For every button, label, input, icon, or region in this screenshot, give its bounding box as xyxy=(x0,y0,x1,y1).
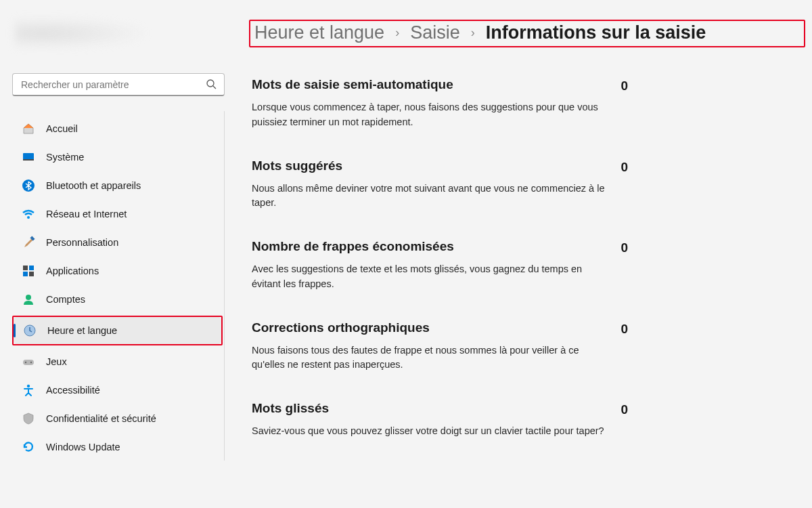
apps-icon xyxy=(22,264,35,278)
stat-desc: Avec les suggestions de texte et les mot… xyxy=(252,262,607,292)
svg-rect-10 xyxy=(29,272,34,276)
svg-rect-8 xyxy=(29,266,34,270)
breadcrumb-level1[interactable]: Heure et langue xyxy=(254,22,384,43)
search-icon xyxy=(206,79,217,89)
svg-point-0 xyxy=(207,80,214,87)
sidebar-item-comptes[interactable]: Comptes xyxy=(12,286,223,313)
stat-desc: Saviez-vous que vous pouvez glisser votr… xyxy=(252,424,607,439)
windows-update-icon xyxy=(22,440,35,454)
paintbrush-icon xyxy=(22,236,35,249)
sidebar-item-reseau[interactable]: Réseau et Internet xyxy=(12,200,223,228)
sidebar-item-accessibilite[interactable]: Accessibilité xyxy=(12,377,223,404)
stat-title: Mots glissés xyxy=(252,401,607,416)
search-wrap xyxy=(12,73,225,96)
svg-point-11 xyxy=(26,295,31,300)
sidebar-item-label: Windows Update xyxy=(46,442,120,452)
stat-desc: Nous faisons tous des fautes de frappe e… xyxy=(252,343,607,373)
time-language-icon xyxy=(23,324,37,337)
sidebar-item-bluetooth[interactable]: Bluetooth et appareils xyxy=(12,172,223,199)
stat-value: 0 xyxy=(621,239,628,255)
privacy-icon xyxy=(22,412,35,425)
sidebar-item-label: Applications xyxy=(46,266,99,276)
sidebar-item-heure-langue[interactable]: Heure et langue xyxy=(14,317,221,344)
stat-swiped: Mots glissés Saviez-vous que vous pouvez… xyxy=(252,401,628,439)
sidebar-item-windows-update[interactable]: Windows Update xyxy=(12,433,223,461)
stat-suggested: Mots suggérés Nous allons même deviner v… xyxy=(252,158,628,211)
accessibility-icon xyxy=(22,383,35,397)
nav: Accueil Système Bluetooth et appareils R… xyxy=(12,111,225,461)
stat-title: Mots suggérés xyxy=(252,158,607,173)
chevron-right-icon: › xyxy=(470,26,476,40)
svg-point-5 xyxy=(27,216,30,219)
sidebar-item-personnalisation[interactable]: Personnalisation xyxy=(12,229,223,256)
network-icon xyxy=(22,207,35,221)
sidebar-item-label: Heure et langue xyxy=(47,325,117,336)
system-icon xyxy=(22,150,35,164)
stat-title: Corrections orthographiques xyxy=(252,320,607,335)
stat-value: 0 xyxy=(621,158,628,175)
svg-rect-9 xyxy=(23,272,28,276)
breadcrumb-level2[interactable]: Saisie xyxy=(410,22,460,43)
home-icon xyxy=(22,122,35,135)
bluetooth-icon xyxy=(22,179,35,192)
sidebar-item-label: Réseau et Internet xyxy=(46,209,127,219)
svg-point-14 xyxy=(25,362,26,363)
breadcrumb-current: Informations sur la saisie xyxy=(486,22,706,43)
sidebar-item-jeux[interactable]: Jeux xyxy=(12,348,223,375)
sidebar-item-systeme[interactable]: Système xyxy=(12,144,223,171)
stat-desc: Lorsque vous commencez à taper, nous fai… xyxy=(252,100,607,130)
svg-line-1 xyxy=(213,86,216,89)
svg-rect-3 xyxy=(23,159,34,161)
breadcrumb: Heure et langue › Saisie › Informations … xyxy=(249,20,805,47)
stat-title: Mots de saisie semi-automatique xyxy=(252,77,607,92)
stat-value: 0 xyxy=(621,320,628,337)
search-input[interactable] xyxy=(12,73,225,96)
stat-spelling: Corrections orthographiques Nous faisons… xyxy=(252,320,628,373)
stats-list: Mots de saisie semi-automatique Lorsque … xyxy=(249,77,628,439)
gaming-icon xyxy=(22,355,35,368)
sidebar-item-label: Confidentialité et sécurité xyxy=(46,413,156,424)
highlight-sidebar: Heure et langue xyxy=(12,316,223,345)
stat-value: 0 xyxy=(621,401,628,417)
sidebar-item-confidentialite[interactable]: Confidentialité et sécurité xyxy=(12,405,223,432)
main-content: Heure et langue › Saisie › Informations … xyxy=(237,0,812,508)
sidebar-item-label: Accessibilité xyxy=(46,385,100,396)
stat-value: 0 xyxy=(621,77,628,93)
accounts-icon xyxy=(22,293,35,306)
sidebar-item-label: Jeux xyxy=(46,356,67,367)
svg-point-16 xyxy=(27,385,30,387)
sidebar-item-label: Système xyxy=(46,152,84,163)
sidebar-item-label: Comptes xyxy=(46,294,85,305)
chevron-right-icon: › xyxy=(394,26,401,40)
sidebar: Accueil Système Bluetooth et appareils R… xyxy=(0,0,237,508)
stat-title: Nombre de frappes économisées xyxy=(252,239,607,254)
sidebar-item-applications[interactable]: Applications xyxy=(12,257,223,284)
sidebar-item-label: Bluetooth et appareils xyxy=(46,180,141,191)
stat-keystrokes: Nombre de frappes économisées Avec les s… xyxy=(252,239,628,292)
sidebar-item-accueil[interactable]: Accueil xyxy=(12,115,223,142)
svg-point-15 xyxy=(30,362,32,363)
stat-autocomplete: Mots de saisie semi-automatique Lorsque … xyxy=(252,77,628,130)
svg-rect-7 xyxy=(23,266,28,270)
stat-desc: Nous allons même deviner votre mot suiva… xyxy=(252,182,607,211)
svg-rect-13 xyxy=(23,360,34,365)
sidebar-item-label: Accueil xyxy=(46,123,78,134)
sidebar-item-label: Personnalisation xyxy=(46,237,118,248)
profile-area xyxy=(15,17,150,49)
